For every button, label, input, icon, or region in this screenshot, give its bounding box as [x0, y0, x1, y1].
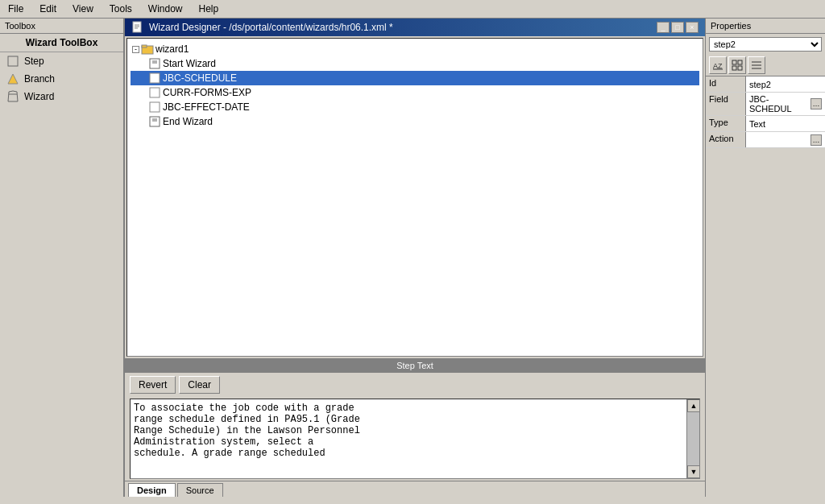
designer-title-icon — [131, 21, 144, 34]
prop-field-text: JBC-SCHEDUL — [749, 94, 810, 114]
jbc-schedule-icon — [148, 72, 161, 85]
center-content: Wizard Designer - /ds/portal/content/wiz… — [125, 19, 706, 497]
start-wizard-icon — [148, 57, 161, 70]
sort-az-button[interactable]: AZ — [709, 56, 727, 74]
scrollbar-down-button[interactable]: ▼ — [687, 465, 700, 478]
svg-rect-22 — [732, 66, 736, 70]
folder-icon — [141, 43, 154, 56]
branch-icon — [6, 72, 19, 85]
menu-view[interactable]: View — [68, 2, 98, 16]
toolbox-title: Toolbox — [0, 19, 123, 34]
revert-button[interactable]: Revert — [130, 376, 176, 394]
tree-item-jbc-effect-date[interactable]: JBC-EFFECT-DATE — [131, 100, 699, 114]
properties-title: Properties — [706, 19, 825, 34]
close-button[interactable]: × — [686, 22, 699, 33]
prop-label-type: Type — [706, 116, 746, 131]
svg-rect-9 — [150, 59, 160, 68]
properties-panel: Properties step2 AZ — [706, 19, 825, 497]
properties-select[interactable]: step2 — [709, 37, 822, 52]
designer-titlebar: Wizard Designer - /ds/portal/content/wiz… — [125, 19, 705, 36]
wizard-icon — [6, 90, 19, 103]
prop-value-id: step2 — [746, 76, 825, 92]
svg-rect-0 — [8, 56, 18, 66]
properties-toolbar: AZ — [706, 55, 825, 76]
bottom-tabs: Design Source — [125, 481, 705, 497]
curr-forms-icon — [148, 86, 161, 99]
toolbox-header: Wizard ToolBox — [0, 34, 123, 52]
toolbox-item-wizard-label: Wizard — [24, 91, 54, 102]
step-text-header: Step Text — [125, 358, 705, 373]
tree-item-jbc-effect-label: JBC-EFFECT-DATE — [163, 101, 250, 113]
toolbox-item-branch[interactable]: Branch — [0, 70, 123, 88]
svg-rect-21 — [738, 60, 742, 64]
tree-item-curr-forms-exp[interactable]: CURR-FORMS-EXP — [131, 85, 699, 100]
toolbox-item-branch-label: Branch — [24, 73, 55, 85]
tree-item-start-wizard[interactable]: Start Wizard — [131, 56, 699, 71]
menu-help[interactable]: Help — [194, 2, 224, 16]
grid-view-button[interactable] — [728, 56, 746, 74]
toolbox-panel: Toolbox Wizard ToolBox Step Branch — [0, 19, 125, 497]
minimize-button[interactable]: _ — [657, 22, 670, 33]
tree-item-end-wizard[interactable]: End Wizard — [131, 114, 699, 129]
toolbox-item-step-label: Step — [24, 56, 44, 67]
menu-window[interactable]: Window — [143, 2, 188, 16]
scrollbar-up-button[interactable]: ▲ — [687, 399, 700, 412]
svg-rect-13 — [150, 88, 160, 97]
svg-rect-20 — [732, 60, 736, 64]
step-text-box: To associate the job code with a grade r… — [130, 399, 700, 479]
svg-rect-15 — [150, 117, 160, 126]
prop-row-action: Action … — [706, 132, 825, 148]
tab-design[interactable]: Design — [128, 483, 176, 497]
tree-area[interactable]: - wizard1 Start Wizard — [126, 38, 703, 357]
tree-root-label: wizard1 — [155, 43, 189, 55]
clear-button[interactable]: Clear — [179, 376, 220, 394]
step-text-scrollbar[interactable]: ▲ ▼ — [686, 399, 699, 478]
prop-value-action: … — [746, 132, 825, 147]
menu-file[interactable]: File — [3, 2, 28, 16]
prop-label-action: Action — [706, 132, 746, 147]
restore-button[interactable]: □ — [671, 22, 684, 33]
step-icon — [6, 55, 19, 68]
svg-rect-8 — [142, 45, 147, 48]
step-text-controls: Revert Clear — [125, 373, 705, 397]
properties-table: Id step2 Field JBC-SCHEDUL … Type Text A — [706, 76, 825, 497]
properties-dropdown[interactable]: step2 — [709, 37, 822, 52]
menu-tools[interactable]: Tools — [105, 2, 137, 16]
prop-row-type: Type Text — [706, 116, 825, 132]
scrollbar-track[interactable] — [687, 412, 699, 465]
prop-id-text: step2 — [749, 80, 771, 89]
tree-item-end-wizard-label: End Wizard — [163, 116, 213, 127]
step-text-content[interactable]: To associate the job code with a grade r… — [131, 399, 686, 478]
prop-value-field: JBC-SCHEDUL … — [746, 93, 825, 115]
prop-label-id: Id — [706, 76, 746, 92]
tree-item-jbc-schedule[interactable]: JBC-SCHEDULE — [131, 71, 699, 85]
designer-title-text: Wizard Designer - /ds/portal/content/wiz… — [149, 22, 393, 33]
prop-row-id: Id step2 — [706, 76, 825, 93]
main-layout: Toolbox Wizard ToolBox Step Branch — [0, 19, 825, 497]
tree-item-start-wizard-label: Start Wizard — [163, 58, 216, 69]
field-browse-button[interactable]: … — [810, 98, 822, 109]
prop-value-type: Text — [746, 116, 825, 131]
tab-source[interactable]: Source — [177, 483, 223, 497]
prop-label-field: Field — [706, 93, 746, 115]
expand-icon[interactable]: - — [132, 46, 139, 53]
svg-rect-23 — [738, 66, 742, 70]
tree-item-curr-forms-label: CURR-FORMS-EXP — [163, 87, 251, 98]
tree-item-jbc-schedule-label: JBC-SCHEDULE — [163, 72, 237, 84]
tree-root[interactable]: - wizard1 — [131, 42, 699, 56]
end-wizard-icon — [148, 115, 161, 128]
jbc-effect-icon — [148, 101, 161, 114]
designer-titlebar-left: Wizard Designer - /ds/portal/content/wiz… — [131, 21, 393, 34]
toolbox-item-wizard[interactable]: Wizard — [0, 88, 123, 105]
svg-rect-14 — [150, 102, 160, 112]
menu-bar: File Edit View Tools Window Help — [0, 0, 825, 19]
titlebar-controls: _ □ × — [657, 22, 699, 33]
action-browse-button[interactable]: … — [810, 134, 822, 146]
category-view-button[interactable] — [748, 56, 765, 74]
svg-marker-1 — [8, 74, 18, 84]
menu-edit[interactable]: Edit — [35, 2, 61, 16]
prop-type-text: Text — [749, 119, 765, 129]
svg-rect-12 — [150, 73, 160, 83]
prop-row-field: Field JBC-SCHEDUL … — [706, 93, 825, 116]
toolbox-item-step[interactable]: Step — [0, 52, 123, 70]
